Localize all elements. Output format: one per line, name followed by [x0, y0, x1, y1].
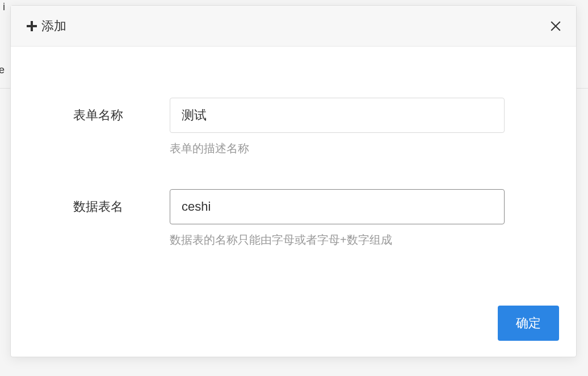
form-table-help: 数据表的名称只能由字母或者字母+数字组成 — [170, 232, 514, 248]
modal-title-text: 添加 — [41, 18, 66, 35]
modal-footer: 确定 — [11, 306, 576, 357]
form-table-input[interactable] — [170, 189, 505, 224]
form-row-name: 表单名称 表单的描述名称 — [73, 98, 514, 156]
form-table-label: 数据表名 — [73, 189, 170, 215]
background-fragment-2: e — [0, 64, 5, 76]
close-button[interactable] — [548, 18, 564, 34]
form-row-table: 数据表名 数据表的名称只能由字母或者字母+数字组成 — [73, 189, 514, 248]
form-name-input[interactable] — [170, 98, 505, 133]
plus-icon — [27, 21, 37, 31]
modal-title: 添加 — [27, 18, 66, 35]
add-modal: 添加 表单名称 表单的描述名称 数据表名 数据表的名称只能由字母或者字母+数字组… — [10, 5, 577, 357]
form-table-control: 数据表的名称只能由字母或者字母+数字组成 — [170, 189, 514, 248]
modal-body: 表单名称 表单的描述名称 数据表名 数据表的名称只能由字母或者字母+数字组成 — [11, 47, 576, 306]
form-name-help: 表单的描述名称 — [170, 141, 514, 156]
form-name-label: 表单名称 — [73, 98, 170, 124]
background-fragment-1: i — [3, 1, 5, 13]
form-name-control: 表单的描述名称 — [170, 98, 514, 156]
modal-header: 添加 — [11, 6, 576, 47]
confirm-button[interactable]: 确定 — [498, 306, 559, 341]
